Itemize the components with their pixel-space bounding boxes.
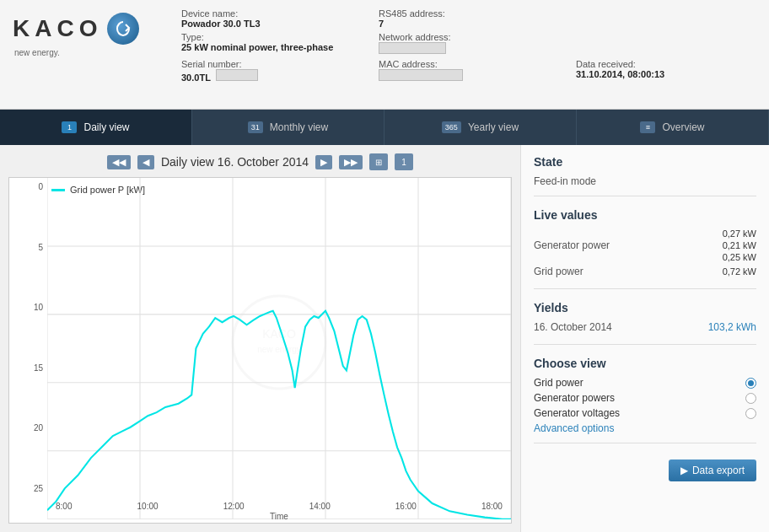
kaco-logo: KACO — [13, 13, 139, 45]
radio-generator-btn[interactable] — [745, 393, 756, 404]
grid-label: Grid power — [534, 266, 583, 277]
chart-title: Daily view 16. October 2014 — [161, 155, 309, 169]
chart-svg — [47, 178, 511, 519]
type-label: Type: — [181, 32, 362, 42]
generator-label: Generator power — [534, 239, 610, 251]
chart-next-btn[interactable]: ▶ — [315, 155, 332, 169]
chart-prev-btn[interactable]: ◀ — [137, 155, 154, 169]
state-value: Feed-in mode — [534, 175, 756, 187]
yields-section: Yields 16. October 2014 103,2 kWh — [534, 301, 756, 345]
chart-first-btn[interactable]: ◀◀ — [107, 155, 131, 169]
overview-icon: ≡ — [640, 121, 655, 133]
grid-value: 0,72 kW — [723, 266, 756, 277]
radio-grid-row: Grid power — [534, 377, 756, 389]
chart-area: ◀◀ ◀ Daily view 16. October 2014 ▶ ▶▶ ⊞ … — [0, 145, 520, 532]
generator-power-row: Generator power 0,27 kW 0,21 kW 0,25 kW — [534, 228, 756, 262]
yields-date: 16. October 2014 — [534, 321, 612, 333]
radio-voltages-row: Generator voltages — [534, 407, 756, 419]
network-label: Network address: — [379, 32, 559, 42]
data-received-label: Data received: — [576, 59, 756, 69]
chart-header: ◀◀ ◀ Daily view 16. October 2014 ▶ ▶▶ ⊞ … — [8, 153, 512, 170]
daily-icon: 1 — [62, 121, 77, 133]
network-value — [379, 42, 559, 56]
radio-voltages-label: Generator voltages — [534, 407, 620, 419]
play-icon: ▶ — [680, 465, 688, 476]
device-name-value: Powador 30.0 TL3 — [181, 19, 362, 29]
logo-area: KACO new energy. — [13, 8, 173, 57]
type-value: 25 kW nominal power, three-phase — [181, 42, 362, 52]
mac-value — [379, 69, 559, 83]
choose-view-section: Choose view Grid power Generator powers … — [534, 357, 756, 443]
choose-view-title: Choose view — [534, 357, 756, 370]
yearly-label: Yearly view — [468, 121, 519, 133]
nav-yearly[interactable]: 365 Yearly view — [384, 110, 577, 145]
main-content: ◀◀ ◀ Daily view 16. October 2014 ▶ ▶▶ ⊞ … — [0, 145, 769, 532]
monthly-label: Monthly view — [270, 121, 328, 133]
navigation: 1 Daily view 31 Monthly view 365 Yearly … — [0, 110, 769, 145]
export-label: Data export — [692, 465, 745, 476]
yields-row: 16. October 2014 103,2 kWh — [534, 321, 756, 333]
x-axis-title: Time — [47, 510, 511, 523]
monthly-icon: 31 — [248, 121, 263, 133]
gen-val-2: 0,21 kW — [723, 240, 756, 250]
mac-label: MAC address: — [379, 59, 559, 69]
data-received-value: 31.10.2014, 08:00:13 — [576, 69, 756, 79]
kaco-icon — [107, 13, 139, 45]
serial-value: 30.0TL — [181, 69, 362, 83]
y-axis: 25 20 15 10 5 0 — [9, 178, 47, 497]
radio-grid-inner — [748, 380, 754, 386]
state-section: State Feed-in mode — [534, 155, 756, 196]
export-button[interactable]: ▶ Data export — [669, 459, 756, 481]
yields-title: Yields — [534, 301, 756, 314]
kaco-text: KACO — [13, 15, 102, 42]
radio-grid-label: Grid power — [534, 377, 583, 389]
gen-val-3: 0,25 kW — [723, 252, 756, 262]
radio-generator-label: Generator powers — [534, 392, 615, 404]
device-name-label: Device name: — [181, 8, 362, 19]
chart-last-btn[interactable]: ▶▶ — [339, 155, 363, 169]
nav-monthly[interactable]: 31 Monthly view — [192, 110, 384, 145]
serial-label: Serial number: — [181, 59, 362, 69]
state-title: State — [534, 155, 756, 169]
rs485-label: RS485 address: — [379, 8, 559, 19]
chart-grid-btn[interactable]: ⊞ — [369, 153, 388, 170]
radio-generator-row: Generator powers — [534, 392, 756, 404]
rs485-value: 7 — [379, 19, 559, 29]
generator-values: 0,27 kW 0,21 kW 0,25 kW — [723, 228, 756, 262]
advanced-link[interactable]: Advanced options — [534, 422, 614, 434]
grid-power-row: Grid power 0,72 kW — [534, 266, 756, 277]
chart-container: Grid power P [kW] KACO new energy 25 20 … — [8, 177, 512, 524]
radio-grid-btn[interactable] — [745, 378, 756, 389]
header: KACO new energy. Device name: Powador 30… — [0, 0, 769, 110]
chart-view-btn[interactable]: 1 — [395, 153, 413, 170]
new-energy-text: new energy. — [14, 48, 60, 57]
yearly-icon: 365 — [442, 121, 461, 133]
device-info: Device name: Powador 30.0 TL3 RS485 addr… — [173, 8, 756, 83]
nav-overview[interactable]: ≡ Overview — [577, 110, 769, 145]
yields-value: 103,2 kWh — [708, 321, 756, 333]
gen-val-1: 0,27 kW — [723, 228, 756, 239]
nav-daily[interactable]: 1 Daily view — [0, 110, 192, 145]
right-panel: State Feed-in mode Live values Generator… — [520, 145, 769, 532]
export-section: ▶ Data export — [534, 455, 756, 481]
live-values-section: Live values Generator power 0,27 kW 0,21… — [534, 208, 756, 289]
live-values-title: Live values — [534, 208, 756, 222]
radio-voltages-btn[interactable] — [745, 408, 756, 419]
daily-label: Daily view — [83, 121, 129, 133]
overview-label: Overview — [662, 121, 704, 133]
